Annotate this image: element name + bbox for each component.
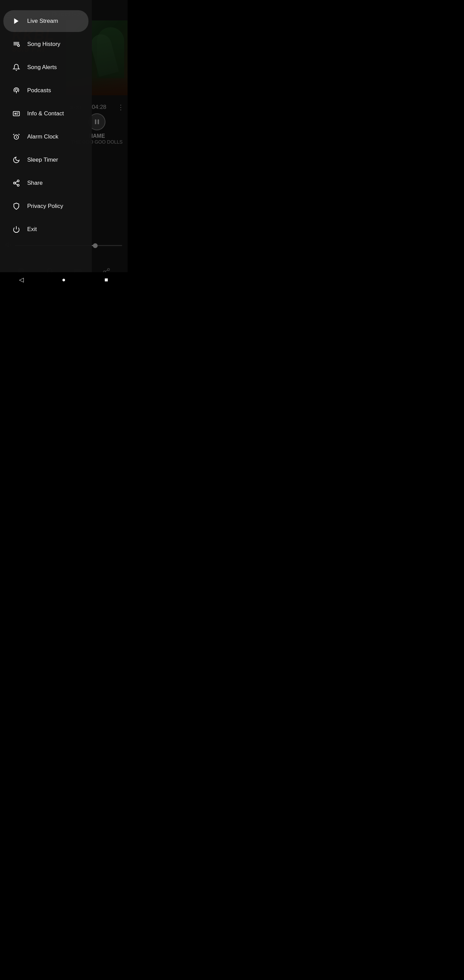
sidebar-item-privacy-policy[interactable]: Privacy Policy xyxy=(3,195,89,217)
podcast-icon xyxy=(10,84,22,97)
svg-point-42 xyxy=(17,185,19,186)
home-button[interactable]: ● xyxy=(56,272,72,287)
svg-point-30 xyxy=(18,45,19,47)
android-navigation-bar: ◁ ● ■ xyxy=(0,272,127,287)
sidebar-item-alarm-clock[interactable]: Alarm Clock xyxy=(3,126,89,148)
share-label: Share xyxy=(27,180,43,186)
svg-line-38 xyxy=(13,134,14,135)
sidebar-item-exit[interactable]: Exit xyxy=(3,218,89,240)
bell-icon xyxy=(10,61,22,73)
shield-icon xyxy=(10,200,22,212)
svg-point-41 xyxy=(14,182,16,184)
svg-marker-26 xyxy=(14,18,19,24)
exit-label: Exit xyxy=(27,226,37,233)
privacy-policy-label: Privacy Policy xyxy=(27,203,63,210)
recents-button[interactable]: ■ xyxy=(99,272,114,287)
svg-point-34 xyxy=(14,113,16,115)
svg-line-43 xyxy=(15,183,17,185)
id-card-icon xyxy=(10,108,22,120)
alarm-icon xyxy=(10,130,22,143)
list-music-icon xyxy=(10,38,22,50)
sidebar-item-song-history[interactable]: Song History xyxy=(3,33,89,55)
moon-icon xyxy=(10,154,22,166)
sidebar-item-sleep-timer[interactable]: Sleep Timer xyxy=(3,149,89,171)
svg-point-40 xyxy=(17,180,19,182)
alarm-clock-label: Alarm Clock xyxy=(27,134,59,140)
power-icon xyxy=(10,223,22,235)
song-alerts-label: Song Alerts xyxy=(27,64,57,71)
svg-point-31 xyxy=(15,89,17,91)
sidebar-item-share[interactable]: Share xyxy=(3,172,89,194)
back-button[interactable]: ◁ xyxy=(14,272,29,287)
sidebar-item-info-contact[interactable]: Info & Contact xyxy=(3,103,89,124)
sidebar-item-song-alerts[interactable]: Song Alerts xyxy=(3,56,89,78)
svg-line-44 xyxy=(15,181,17,183)
sleep-timer-label: Sleep Timer xyxy=(27,156,58,163)
sidebar-drawer: Live Stream Song History Song Alerts Pod… xyxy=(0,0,92,287)
info-contact-label: Info & Contact xyxy=(27,110,64,117)
live-stream-label: Live Stream xyxy=(27,18,58,24)
share-icon xyxy=(10,177,22,189)
sidebar-item-live-stream[interactable]: Live Stream xyxy=(3,10,89,32)
svg-line-39 xyxy=(18,134,19,135)
song-history-label: Song History xyxy=(27,41,60,48)
play-icon xyxy=(10,15,22,27)
sidebar-item-podcasts[interactable]: Podcasts xyxy=(3,80,89,102)
podcasts-label: Podcasts xyxy=(27,87,51,94)
